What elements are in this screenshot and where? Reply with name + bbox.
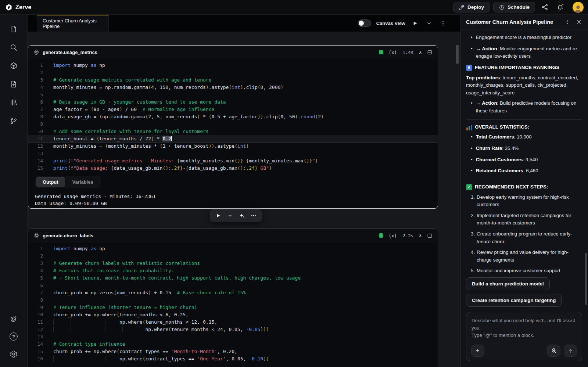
files-nav-button[interactable] bbox=[9, 24, 18, 34]
python-icon bbox=[33, 233, 39, 238]
schedule-label: Schedule bbox=[508, 4, 530, 10]
schedule-button[interactable]: Schedule bbox=[493, 2, 535, 12]
run-status-indicator bbox=[379, 233, 383, 238]
output-panel-toggle-button[interactable] bbox=[427, 50, 433, 55]
code-line[interactable]: 6 bbox=[28, 282, 438, 289]
settings-nav-button[interactable] bbox=[9, 349, 18, 359]
tab-output[interactable]: Output bbox=[36, 177, 65, 187]
code-line[interactable]: 4monthly_minutes = np.random.gamma(4, 15… bbox=[28, 84, 438, 91]
line-number: 10 bbox=[28, 311, 43, 319]
code-line[interactable]: 15print(f"Data usage: {data_usage_gb.min… bbox=[28, 165, 438, 172]
code-line[interactable]: 1import numpy as np bbox=[28, 62, 438, 69]
panel-close-button[interactable] bbox=[574, 17, 584, 27]
code-line[interactable]: 4# Factors that increase churn probabili… bbox=[28, 267, 438, 274]
notifications-button[interactable] bbox=[554, 1, 566, 13]
sparkle-icon bbox=[239, 213, 245, 219]
play-icon bbox=[216, 213, 220, 218]
variables-fx-button[interactable]: (x) bbox=[389, 233, 397, 238]
attach-button[interactable]: + bbox=[471, 345, 484, 357]
code-block-generate-usage-metrics[interactable]: generate.usage_metrics (x) 1.4s λ 1impor… bbox=[28, 45, 438, 209]
schedule-clock-icon bbox=[499, 4, 505, 10]
line-number: 13 bbox=[28, 150, 43, 157]
search-nav-button[interactable] bbox=[9, 43, 18, 52]
panel-scrollbar-thumb[interactable] bbox=[585, 253, 587, 305]
code-line[interactable]: 9 bbox=[28, 120, 438, 128]
code-line[interactable]: 2 bbox=[28, 252, 438, 260]
lambda-button[interactable]: λ bbox=[419, 50, 422, 55]
import-nav-button[interactable] bbox=[9, 79, 18, 89]
code-line[interactable]: 10churn_prob += np.where(tenure_months <… bbox=[28, 311, 438, 319]
code-line[interactable]: 3# Generate churn labels with realistic … bbox=[28, 260, 438, 267]
suggestion-build-churn-model-button[interactable]: Build a churn prediction model bbox=[466, 277, 550, 290]
code-editor[interactable]: 1import numpy as np23# Generate usage me… bbox=[28, 59, 438, 172]
block-header[interactable]: generate.churn_labels (x) 2.2s λ bbox=[28, 229, 438, 242]
canvas-menu-button[interactable] bbox=[438, 19, 447, 28]
code-line[interactable]: 8 bbox=[28, 296, 438, 304]
code-line[interactable]: 7age_factor = (80 - ages) / 60 # Normali… bbox=[28, 106, 438, 113]
more-actions-button[interactable] bbox=[249, 211, 258, 220]
user-avatar[interactable] bbox=[573, 2, 584, 13]
share-button[interactable] bbox=[539, 1, 551, 13]
canvas-view-toggle[interactable] bbox=[358, 19, 371, 27]
code-line[interactable]: 13 bbox=[28, 150, 438, 157]
git-branch-nav-button[interactable] bbox=[9, 116, 18, 126]
code-line[interactable]: 9# Tenure influence (shorter tenure = hi… bbox=[28, 304, 438, 311]
panel-menu-button[interactable] bbox=[562, 17, 572, 27]
ai-assist-button[interactable] bbox=[237, 211, 247, 220]
tab-variables[interactable]: Variables bbox=[66, 177, 100, 187]
chat-input[interactable]: Describe what you need help with, and I'… bbox=[466, 312, 582, 361]
code-line[interactable]: 14# Contract type influence bbox=[28, 341, 438, 348]
panel-bullet-item: •Churn Rate: 35.4% bbox=[466, 145, 582, 152]
line-number: 10 bbox=[28, 128, 43, 135]
code-line[interactable]: 11 np.where(tenure_months < 12, 0.15, bbox=[28, 319, 438, 326]
run-options-chevron-button[interactable] bbox=[225, 211, 235, 220]
code-line[interactable]: 10# Add some correlation with tenure for… bbox=[28, 128, 438, 135]
tab-customer-churn-analysis-pipeline[interactable]: Customer Churn Analysis Pipeline bbox=[37, 15, 109, 32]
suggestion-retention-campaign-button[interactable]: Create retention campaign targeting bbox=[466, 294, 562, 307]
send-button[interactable] bbox=[564, 345, 577, 357]
code-editor[interactable]: 1import numpy as np23# Generate churn la… bbox=[28, 242, 438, 363]
app-root: Zerve Deploy Schedule bbox=[0, 0, 588, 367]
canvas-scrollbar-thumb[interactable] bbox=[456, 45, 459, 64]
variables-fx-button[interactable]: (x) bbox=[389, 50, 397, 55]
block-header[interactable]: generate.usage_metrics (x) 1.4s λ bbox=[28, 46, 438, 59]
panel-numbered-item: 3.Create onboarding program to reduce ea… bbox=[466, 230, 582, 245]
lambda-button[interactable]: λ bbox=[419, 233, 422, 238]
python-icon bbox=[33, 49, 39, 55]
code-line[interactable]: 15churn_prob += np.where(contract_types … bbox=[28, 348, 438, 355]
code-line[interactable]: 5# - Short tenure, month-to-month contra… bbox=[28, 274, 438, 282]
code-line[interactable]: 12monthly_minutes = (monthly_minutes * (… bbox=[28, 143, 438, 150]
run-options-chevron-button[interactable] bbox=[424, 19, 433, 28]
code-line[interactable]: 12 np.where(tenure_months < 24, 0.05, -0… bbox=[28, 326, 438, 333]
brand[interactable]: Zerve bbox=[5, 4, 32, 11]
code-line[interactable]: 1import numpy as np bbox=[28, 245, 438, 252]
code-line[interactable]: 16 np.where(contract_types == 'One Year'… bbox=[28, 355, 438, 363]
code-line[interactable]: 6# Data usage in GB - younger customers … bbox=[28, 98, 438, 106]
code-line[interactable]: 5 bbox=[28, 91, 438, 98]
chat-controls: + bbox=[471, 345, 577, 357]
gear-icon bbox=[10, 350, 18, 358]
code-line[interactable]: 8data_usage_gb = (np.random.gamma(2, 5, … bbox=[28, 113, 438, 120]
code-line[interactable]: 11tenure_boost = (tenure_months / 72) * … bbox=[28, 135, 438, 143]
toggle-knob bbox=[359, 21, 364, 26]
assistant-panel: Customer Churn Analysis Pipeline •Engage… bbox=[460, 15, 588, 367]
code-line[interactable]: 2 bbox=[28, 69, 438, 76]
packages-nav-button[interactable] bbox=[9, 61, 18, 71]
git-branch-icon bbox=[10, 117, 18, 125]
code-block-generate-churn-labels[interactable]: generate.churn_labels (x) 2.2s λ 1import… bbox=[28, 229, 438, 367]
canvas[interactable]: generate.usage_metrics (x) 1.4s λ 1impor… bbox=[28, 32, 460, 367]
library-nav-button[interactable] bbox=[9, 98, 18, 107]
code-line[interactable]: 13 bbox=[28, 333, 438, 341]
help-nav-button[interactable]: ? bbox=[10, 332, 18, 341]
ai-assistant-nav-button[interactable] bbox=[9, 314, 18, 324]
chat-placeholder-line1: Describe what you need help with, and I'… bbox=[472, 317, 577, 332]
panel-divider bbox=[466, 119, 582, 119]
code-line[interactable]: 3# Generate usage metrics correlated wit… bbox=[28, 76, 438, 84]
output-panel-toggle-button[interactable] bbox=[427, 233, 433, 238]
code-line[interactable]: 7churn_prob = np.zeros(num_records) + 0.… bbox=[28, 289, 438, 296]
run-block-button[interactable] bbox=[214, 211, 223, 220]
deploy-button[interactable]: Deploy bbox=[453, 2, 490, 12]
code-line[interactable]: 14print(f"Generated usage metrics - Minu… bbox=[28, 157, 438, 165]
run-all-button[interactable] bbox=[410, 19, 419, 28]
mic-button[interactable] bbox=[547, 345, 560, 357]
